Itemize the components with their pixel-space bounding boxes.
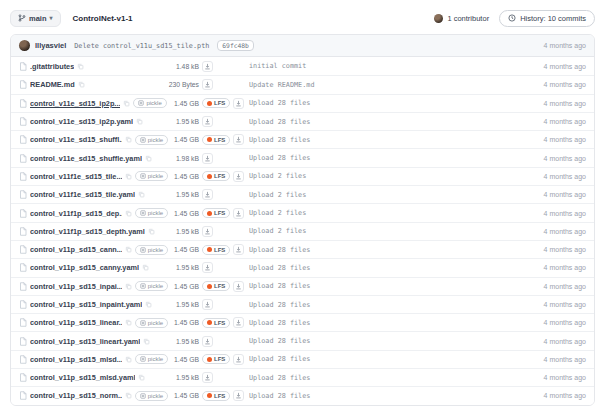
copy-path-icon[interactable]: [78, 81, 85, 88]
row-commit-message[interactable]: Upload 28 files: [249, 118, 536, 126]
lfs-badge[interactable]: LFS: [202, 318, 230, 328]
row-commit-message[interactable]: Upload 28 files: [249, 301, 536, 309]
history-button[interactable]: History: 10 commits: [499, 10, 595, 27]
file-name-link[interactable]: control_v11p_sd15_inpaint.yaml: [30, 300, 142, 309]
file-name-link[interactable]: control_v11e_sd15_shuffle.yaml: [30, 154, 142, 163]
row-commit-message[interactable]: Upload 28 files: [249, 136, 536, 144]
row-commit-message[interactable]: Upload 28 files: [249, 319, 536, 327]
lfs-badge[interactable]: LFS: [202, 208, 230, 218]
download-button[interactable]: [233, 317, 244, 328]
row-commit-message[interactable]: Upload 28 files: [249, 246, 536, 254]
file-name-link[interactable]: control_v11e_sd15_ip2p...: [30, 99, 120, 108]
branch-selector-button[interactable]: main ▾: [10, 10, 61, 27]
pickle-badge[interactable]: pickle: [135, 391, 168, 401]
copy-path-icon[interactable]: [143, 338, 150, 345]
file-name-link[interactable]: control_v11p_sd15_norm...: [30, 391, 122, 400]
row-commit-message[interactable]: Upload 2 files: [249, 209, 536, 217]
file-name-link[interactable]: control_v11p_sd15_lineart.yaml: [30, 337, 140, 346]
pickle-badge[interactable]: pickle: [135, 208, 168, 218]
row-commit-message[interactable]: Upload 2 files: [249, 227, 536, 235]
download-button[interactable]: [202, 79, 213, 90]
copy-path-icon[interactable]: [145, 301, 152, 308]
pickle-badge[interactable]: pickle: [135, 171, 168, 181]
row-commit-message[interactable]: Upload 28 files: [249, 264, 536, 272]
pickle-badge[interactable]: pickle: [133, 98, 166, 108]
copy-path-icon[interactable]: [136, 118, 143, 125]
file-name-link[interactable]: control_v11p_sd15_mlsd....: [30, 355, 122, 364]
lfs-badge[interactable]: LFS: [202, 281, 230, 291]
download-button[interactable]: [202, 336, 213, 347]
copy-path-icon[interactable]: [142, 264, 149, 271]
copy-path-icon[interactable]: [145, 155, 152, 162]
file-name-link[interactable]: README.md: [30, 80, 75, 89]
file-name-link[interactable]: control_v11f1e_sd15_tile.yaml: [30, 190, 135, 199]
row-commit-message[interactable]: initial commit: [249, 62, 536, 70]
download-button[interactable]: [202, 116, 213, 127]
pickle-badge[interactable]: pickle: [135, 135, 168, 145]
file-name-link[interactable]: control_v11p_sd15_linear...: [30, 318, 122, 327]
pickle-badge[interactable]: pickle: [135, 281, 168, 291]
download-button[interactable]: [202, 189, 213, 200]
copy-path-icon[interactable]: [125, 246, 132, 253]
copy-path-icon[interactable]: [125, 173, 132, 180]
row-commit-message[interactable]: Upload 28 files: [249, 374, 536, 382]
download-button[interactable]: [233, 171, 244, 182]
row-commit-message[interactable]: Update README.md: [249, 81, 536, 89]
file-name-link[interactable]: control_v11f1p_sd15_depth.yaml: [30, 227, 145, 236]
pickle-badge[interactable]: pickle: [135, 245, 168, 255]
row-commit-message[interactable]: Upload 2 files: [249, 172, 536, 180]
copy-path-icon[interactable]: [125, 392, 132, 399]
download-button[interactable]: [233, 208, 244, 219]
row-commit-message[interactable]: Upload 28 files: [249, 392, 536, 400]
row-commit-message[interactable]: Upload 28 files: [249, 282, 536, 290]
download-button[interactable]: [233, 390, 244, 401]
copy-path-icon[interactable]: [125, 136, 132, 143]
copy-path-icon[interactable]: [138, 374, 145, 381]
lfs-badge[interactable]: LFS: [202, 98, 230, 108]
pickle-badge[interactable]: pickle: [135, 354, 168, 364]
lfs-badge[interactable]: LFS: [202, 135, 230, 145]
file-name-link[interactable]: .gitattributes: [30, 62, 74, 71]
download-button[interactable]: [233, 98, 244, 109]
copy-path-icon[interactable]: [77, 63, 84, 70]
lfs-badge[interactable]: LFS: [202, 171, 230, 181]
copy-path-icon[interactable]: [148, 228, 155, 235]
copy-path-icon[interactable]: [125, 283, 132, 290]
copy-path-icon[interactable]: [125, 210, 132, 217]
file-name-link[interactable]: control_v11e_sd15_ip2p.yaml: [30, 117, 133, 126]
commit-author[interactable]: lllyasviel: [35, 41, 66, 50]
file-name-link[interactable]: control_v11p_sd15_mlsd.yaml: [30, 373, 135, 382]
commit-message[interactable]: Delete control_v11u_sd15_tile.pth: [74, 42, 209, 50]
lfs-badge[interactable]: LFS: [202, 391, 230, 401]
file-name-link[interactable]: control_v11f1e_sd15_tile....: [30, 172, 122, 181]
download-button[interactable]: [202, 299, 213, 310]
pickle-badge[interactable]: pickle: [135, 318, 168, 328]
contributors-link[interactable]: 1 contributor: [434, 14, 489, 23]
row-commit-message[interactable]: Upload 28 files: [249, 337, 536, 345]
file-name-link[interactable]: control_v11e_sd15_shuffl...: [30, 135, 122, 144]
download-button[interactable]: [202, 372, 213, 383]
lfs-badge[interactable]: LFS: [202, 354, 230, 364]
download-button[interactable]: [233, 244, 244, 255]
file-name-link[interactable]: control_v11p_sd15_cann...: [30, 245, 122, 254]
lfs-badge[interactable]: LFS: [202, 245, 230, 255]
row-commit-message[interactable]: Upload 28 files: [249, 154, 536, 162]
row-commit-message[interactable]: Upload 2 files: [249, 191, 536, 199]
file-name-link[interactable]: control_v11p_sd15_canny.yaml: [30, 263, 139, 272]
row-commit-message[interactable]: Upload 28 files: [249, 355, 536, 363]
download-button[interactable]: [202, 153, 213, 164]
row-commit-message[interactable]: Upload 28 files: [249, 99, 536, 107]
copy-path-icon[interactable]: [123, 100, 130, 107]
author-avatar[interactable]: [19, 40, 30, 51]
download-button[interactable]: [233, 134, 244, 145]
download-button[interactable]: [202, 226, 213, 237]
download-button[interactable]: [233, 354, 244, 365]
copy-path-icon[interactable]: [125, 319, 132, 326]
file-name-link[interactable]: control_v11f1p_sd15_dep...: [30, 209, 122, 218]
download-button[interactable]: [233, 281, 244, 292]
copy-path-icon[interactable]: [125, 356, 132, 363]
copy-path-icon[interactable]: [138, 191, 145, 198]
download-button[interactable]: [202, 262, 213, 273]
file-name-link[interactable]: control_v11p_sd15_inpai...: [30, 282, 122, 291]
download-button[interactable]: [202, 61, 213, 72]
